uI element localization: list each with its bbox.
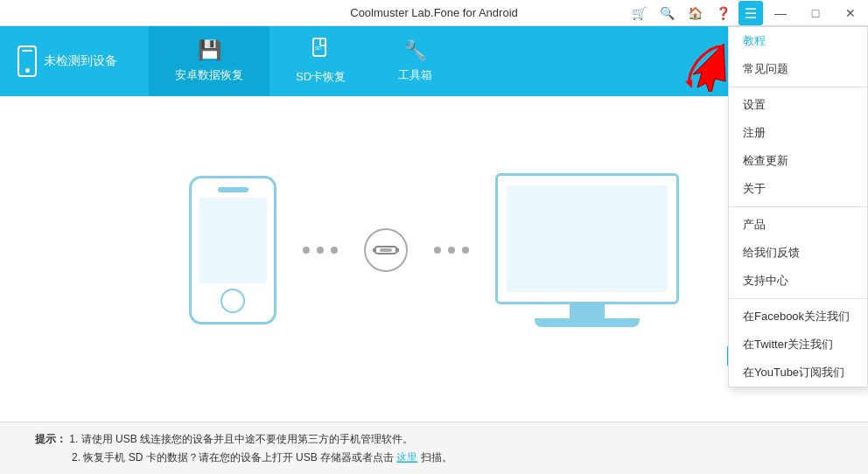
svg-rect-4: [380, 248, 392, 252]
monitor-stand: [570, 304, 605, 318]
tab-android-recovery-label: 安卓数据恢复: [175, 67, 243, 83]
phone-speaker: [218, 187, 248, 192]
menu-item-feedback[interactable]: 给我们反馈: [729, 239, 867, 267]
toolbox-icon: 🔧: [403, 39, 427, 62]
menu-item-youtube[interactable]: 在YouTube订阅我们: [729, 359, 867, 387]
phone-dot: [25, 68, 30, 73]
hint-text-2-end: 扫描。: [421, 451, 452, 464]
android-recovery-icon: 💾: [198, 39, 221, 62]
menu-item-register[interactable]: 注册: [729, 119, 867, 147]
hint-text-2: 2. 恢复手机 SD 卡的数据？请在您的设备上打开 USB 存储器或者点击: [72, 451, 394, 464]
menu-divider-2: [729, 206, 867, 207]
menu-item-settings[interactable]: 设置: [729, 91, 867, 119]
hint-label: 提示：: [35, 433, 66, 445]
dot6: [462, 247, 469, 254]
tab-toolbox[interactable]: 🔧 工具箱: [372, 26, 458, 96]
device-status-text: 未检测到设备: [44, 53, 117, 69]
cart-icon[interactable]: 🛒: [626, 1, 651, 25]
computer-illustration: [495, 173, 679, 327]
usb-dots-left: [303, 247, 338, 254]
hint-bar: 提示： 1. 请使用 USB 线连接您的设备并且中途不要使用第三方的手机管理软件…: [0, 422, 868, 474]
phone-bar: [22, 50, 32, 52]
nav-tabs: 💾 安卓数据恢复 SD SD卡恢复 🔧 工具箱: [149, 26, 458, 96]
monitor-screen: [507, 185, 668, 292]
help-icon[interactable]: ❓: [710, 1, 735, 25]
app-title: Coolmuster Lab.Fone for Android: [350, 6, 518, 19]
tab-toolbox-label: 工具箱: [398, 67, 432, 83]
dot5: [448, 247, 455, 254]
menu-item-product[interactable]: 产品: [729, 211, 867, 239]
dot3: [331, 247, 338, 254]
dropdown-menu: 教程 常见问题 设置 注册 检查更新 关于 产品 给我们反馈 支持中心 在Fac…: [728, 26, 868, 387]
title-action-icons: 🛒 🔍 🏠 ❓ ☰: [626, 0, 763, 26]
menu-item-tutorial[interactable]: 教程: [729, 27, 867, 55]
menu-item-support[interactable]: 支持中心: [729, 267, 867, 295]
menu-item-twitter[interactable]: 在Twitter关注我们: [729, 331, 867, 359]
dot1: [303, 247, 310, 254]
hint-text-1: 1. 请使用 USB 线连接您的设备并且中途不要使用第三方的手机管理软件。: [69, 433, 413, 445]
arrow-indicator: [680, 39, 732, 95]
dot2: [317, 247, 324, 254]
close-button[interactable]: ✕: [833, 0, 868, 26]
svg-text:SD: SD: [315, 45, 321, 51]
tab-android-recovery[interactable]: 💾 安卓数据恢复: [149, 26, 270, 96]
svg-marker-7: [685, 80, 692, 88]
window-controls: — □ ✕: [763, 0, 868, 26]
menu-divider-1: [729, 87, 867, 87]
home-icon[interactable]: 🏠: [682, 1, 707, 25]
menu-item-about[interactable]: 关于: [729, 175, 867, 203]
menu-icon[interactable]: ☰: [738, 1, 763, 25]
minimize-button[interactable]: —: [763, 0, 798, 26]
phone-screen: [199, 198, 267, 283]
monitor: [495, 173, 679, 304]
sd-recovery-icon: SD: [311, 38, 332, 64]
tab-sd-recovery-label: SD卡恢复: [296, 69, 346, 85]
connection-illustration: [189, 173, 679, 327]
hint-line-1: 提示： 1. 请使用 USB 线连接您的设备并且中途不要使用第三方的手机管理软件…: [35, 432, 833, 447]
menu-item-check-update[interactable]: 检查更新: [729, 147, 867, 175]
maximize-button[interactable]: □: [798, 0, 833, 26]
dot4: [434, 247, 441, 254]
search-icon[interactable]: 🔍: [654, 1, 679, 25]
hint-line-2: 2. 恢复手机 SD 卡的数据？请在您的设备上打开 USB 存储器或者点击 这里…: [35, 450, 833, 465]
phone-small-icon: [18, 45, 37, 77]
phone-home-button: [220, 289, 245, 313]
title-bar: Coolmuster Lab.Fone for Android 🛒 🔍 🏠 ❓ …: [0, 0, 868, 26]
usb-dots-right: [434, 247, 469, 254]
hint-link[interactable]: 这里: [396, 451, 417, 464]
phone-illustration: [189, 176, 276, 324]
device-status: 未检测到设备: [0, 45, 149, 77]
menu-item-faq[interactable]: 常见问题: [729, 55, 867, 83]
usb-connector-icon: [364, 228, 408, 272]
tab-sd-recovery[interactable]: SD SD卡恢复: [270, 26, 372, 96]
svg-rect-5: [373, 248, 376, 252]
menu-item-facebook[interactable]: 在Facebook关注我们: [729, 303, 867, 331]
svg-rect-6: [396, 248, 399, 252]
menu-divider-3: [729, 298, 867, 299]
monitor-base: [535, 318, 640, 327]
